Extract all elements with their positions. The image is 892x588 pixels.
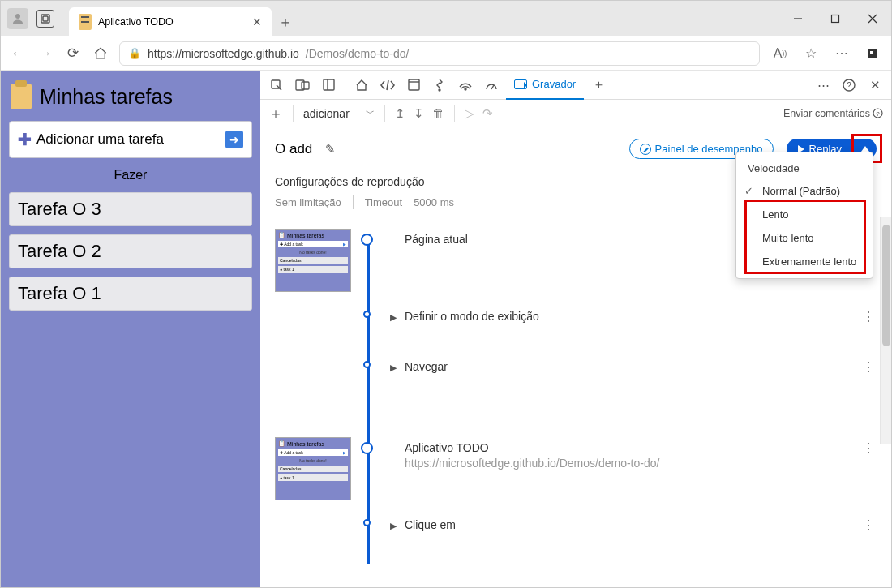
throttle-value[interactable]: Sem limitação	[275, 196, 341, 208]
address-bar[interactable]: 🔒 https://microsoftedge.github.io/Demos/…	[119, 41, 760, 66]
sources-tab-icon[interactable]	[428, 74, 451, 97]
back-button[interactable]: ←	[9, 45, 27, 62]
clipboard-icon	[11, 84, 32, 109]
replay-speed-popup: Velocidade ✓ Normal (Padrão) Lento Muito…	[735, 152, 873, 279]
import-down-icon[interactable]: ↧	[414, 106, 424, 121]
close-window-button[interactable]	[854, 1, 891, 36]
step-more-icon[interactable]: ⋮	[862, 359, 877, 375]
step-more-icon[interactable]: ⋮	[862, 517, 877, 533]
elements-tab-icon[interactable]	[376, 74, 399, 97]
svg-rect-12	[324, 79, 334, 90]
url-path: /Demos/demo-to-do/	[306, 47, 410, 60]
collections-icon[interactable]	[862, 43, 883, 64]
home-button[interactable]	[92, 45, 109, 62]
step-sublabel: https://microsoftedge.github.io/Demos/de…	[405, 457, 877, 470]
speed-option-very-slow[interactable]: Muito lento	[736, 226, 873, 250]
todo-app-panel: Minhas tarefas ✚ Adicionar uma tarefa ➜ …	[1, 71, 260, 588]
add-task-input[interactable]: ✚ Adicionar uma tarefa ➜	[9, 121, 252, 158]
devtools-tabbar: Gravador ＋ ⋯ ? ✕	[260, 71, 891, 100]
recorder-tab[interactable]: Gravador	[506, 71, 584, 100]
plus-icon: ✚	[18, 130, 32, 149]
app-header: Minhas tarefas	[9, 79, 252, 113]
more-icon[interactable]: ⋯	[831, 43, 852, 64]
tab-title: Aplicativo TODO	[98, 16, 246, 28]
timeline-step[interactable]: 📋 Minhas tarefas ✚ Add a task▶ No tasks …	[380, 437, 877, 514]
todo-favicon-icon	[79, 14, 92, 30]
refresh-button[interactable]: ⟳	[64, 45, 82, 62]
inspect-icon[interactable]	[265, 74, 288, 97]
network-tab-icon[interactable]	[454, 74, 477, 97]
close-tab-icon[interactable]: ✕	[252, 15, 262, 28]
devtools-more-icon[interactable]: ⋯	[812, 74, 834, 97]
maximize-button[interactable]	[817, 1, 854, 36]
edit-title-icon[interactable]: ✎	[325, 142, 336, 157]
app-title: Minhas tarefas	[40, 85, 173, 109]
console-tab-icon[interactable]	[402, 74, 425, 97]
recorder-toolbar: ＋ adicionar ﹀ ↥ ↧ 🗑 ▷ ↷ Enviar comentári…	[260, 100, 891, 127]
recorder-tab-label: Gravador	[532, 78, 576, 90]
svg-rect-4	[832, 15, 839, 23]
submit-task-button[interactable]: ➜	[225, 131, 243, 148]
step-more-icon[interactable]: ⋮	[862, 440, 877, 456]
expand-chevron-icon[interactable]: ▶	[390, 521, 397, 531]
timeline-step[interactable]: ▶ Navegar ⋮	[380, 356, 877, 437]
todo-section-label: Fazer	[9, 166, 252, 184]
recording-selector[interactable]: adicionar ﹀	[303, 107, 375, 120]
timeout-label: Timeout	[365, 196, 402, 208]
svg-line-18	[491, 85, 494, 89]
speed-option-extremely-slow[interactable]: Extremamente lento	[736, 250, 873, 273]
delete-icon[interactable]: 🗑	[432, 106, 444, 120]
task-item[interactable]: Tarefa O 3	[9, 192, 252, 226]
timeline-step[interactable]: ▶ Clique em ⋮	[380, 514, 877, 564]
url-bar: ← → ⟳ 🔒 https://microsoftedge.github.io/…	[1, 36, 891, 71]
profile-icon[interactable]	[7, 8, 28, 29]
step-dot-icon	[361, 442, 373, 454]
browser-tab[interactable]: Aplicativo TODO ✕	[69, 7, 272, 36]
device-toggle-icon[interactable]	[291, 74, 314, 97]
send-feedback-link[interactable]: Enviar comentários ?	[783, 108, 883, 119]
recorder-icon	[514, 79, 527, 89]
add-tab-button[interactable]: ＋	[587, 74, 610, 97]
step-thumbnail: 📋 Minhas tarefas ✚ Add a task▶ No tasks …	[275, 437, 351, 500]
performance-tab-icon[interactable]	[480, 74, 503, 97]
timeout-value[interactable]: 5000 ms	[414, 196, 454, 208]
forward-button: →	[36, 45, 54, 62]
expand-chevron-icon[interactable]: ▶	[390, 312, 397, 323]
devtools-close-icon[interactable]: ✕	[864, 74, 886, 97]
svg-point-17	[465, 88, 466, 90]
task-item[interactable]: Tarefa O 2	[9, 234, 252, 268]
chevron-down-icon: ﹀	[366, 107, 375, 119]
speed-option-slow[interactable]: Lento	[736, 203, 873, 226]
recording-title: O add	[275, 141, 312, 157]
new-tab-button[interactable]: ＋	[272, 7, 299, 36]
new-recording-button[interactable]: ＋	[268, 104, 283, 123]
recording-name: adicionar	[303, 107, 350, 120]
task-item[interactable]: Tarefa O 1	[9, 277, 252, 311]
step-label: Clique em	[405, 518, 456, 531]
svg-rect-14	[409, 79, 419, 90]
check-icon: ✓	[744, 185, 753, 197]
step-dot-icon	[361, 234, 373, 246]
devtools-help-icon[interactable]: ?	[838, 74, 860, 97]
step-thumbnail: 📋 Minhas tarefas ✚ Add a task▶ No tasks …	[275, 229, 351, 292]
svg-text:?: ?	[847, 81, 851, 90]
play-icon[interactable]: ▷	[465, 106, 474, 121]
favorite-icon[interactable]: ☆	[800, 43, 821, 64]
svg-point-16	[439, 89, 440, 91]
scrollbar[interactable]	[880, 217, 891, 444]
svg-text:?: ?	[876, 110, 880, 118]
step-icon[interactable]: ↷	[482, 106, 493, 121]
expand-chevron-icon[interactable]: ▶	[390, 363, 397, 373]
step-more-icon[interactable]: ⋮	[862, 309, 877, 324]
step-label: Aplicativo TODO	[405, 441, 489, 454]
dock-icon[interactable]	[317, 74, 340, 97]
export-up-icon[interactable]: ↥	[395, 106, 405, 121]
welcome-tab-icon[interactable]	[350, 74, 373, 97]
timeline-step[interactable]: ▶ Definir o modo de exibição ⋮	[380, 306, 877, 356]
lock-icon: 🔒	[128, 47, 141, 59]
scrollbar-thumb[interactable]	[882, 225, 890, 346]
speed-option-normal[interactable]: ✓ Normal (Padrão)	[736, 179, 873, 203]
read-aloud-icon[interactable]: A))	[770, 43, 791, 64]
workspaces-icon[interactable]	[36, 10, 54, 28]
minimize-button[interactable]	[779, 1, 817, 36]
